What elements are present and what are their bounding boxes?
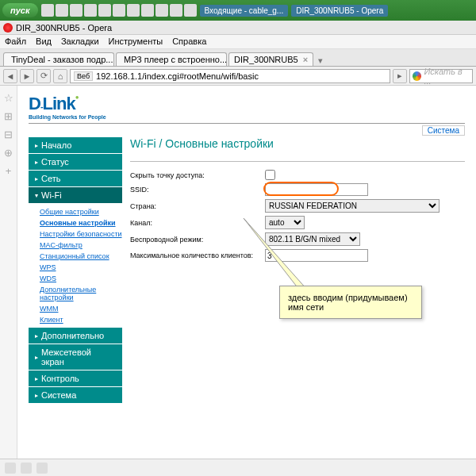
channel-select[interactable]: auto xyxy=(265,216,305,229)
subnav-security[interactable]: Настройки безопасности xyxy=(40,228,122,240)
country-select[interactable]: RUSSIAN FEDERATION xyxy=(265,199,440,213)
tab-label: DIR_300NRUB5 xyxy=(234,55,298,64)
taskbar-window-2[interactable]: DIR_300NRUB5 - Opera xyxy=(291,5,388,17)
menu-bookmarks[interactable]: Закладки xyxy=(61,36,99,47)
menu-tools[interactable]: Инструменты xyxy=(109,36,163,47)
system-link[interactable]: Система xyxy=(422,125,465,136)
ql-icon[interactable] xyxy=(184,4,197,17)
mode-select[interactable]: 802.11 B/G/N mixed xyxy=(265,232,360,246)
browser-statusbar xyxy=(0,459,476,476)
go-button[interactable]: ▸ xyxy=(393,69,407,83)
arrow-icon: ▸ xyxy=(35,142,38,149)
arrow-icon: ▸ xyxy=(35,392,38,399)
arrow-icon: ▸ xyxy=(35,375,38,382)
menu-help[interactable]: Справка xyxy=(172,36,206,47)
top-divider: Система xyxy=(29,123,465,136)
page-content: D-Link● Building Networks for People Сис… xyxy=(17,86,476,459)
new-tab-icon[interactable]: ▾ xyxy=(315,56,326,66)
home-button[interactable]: ⌂ xyxy=(53,69,67,83)
sidebar-icon[interactable]: ⊟ xyxy=(4,129,13,140)
subnav-wds[interactable]: WDS xyxy=(40,273,122,284)
hide-ap-checkbox[interactable] xyxy=(265,170,275,180)
url-text: 192.168.1.1/index.cgi#rootMenu/wifi/basi… xyxy=(96,71,259,81)
quick-launch xyxy=(41,4,197,17)
nav-advanced[interactable]: ▸Дополнительно xyxy=(29,328,122,344)
nav-control[interactable]: ▸Контроль xyxy=(29,370,122,387)
tab-1[interactable]: TinyDeal - заказов подр...× xyxy=(3,52,114,66)
menu-bar: Файл Вид Закладки Инструменты Справка xyxy=(0,35,476,49)
back-button[interactable]: ◄ xyxy=(3,69,17,83)
arrow-icon: ▸ xyxy=(35,332,38,340)
label-channel: Канал: xyxy=(130,219,265,227)
status-icon[interactable] xyxy=(21,463,32,474)
callout-line1: здесь вводим (придумываем) xyxy=(288,293,413,302)
ql-icon[interactable] xyxy=(56,4,68,17)
status-icon[interactable] xyxy=(5,463,16,474)
sidebar-icon[interactable]: ⊕ xyxy=(4,147,13,159)
arrow-icon: ▸ xyxy=(35,354,38,361)
reload-button[interactable]: ⟳ xyxy=(36,69,51,83)
nav-net[interactable]: ▸Сеть xyxy=(29,171,122,187)
sidebar-icon[interactable]: + xyxy=(6,165,12,177)
subnav-station[interactable]: Станционный список xyxy=(40,251,122,262)
subnav-wps[interactable]: WPS xyxy=(40,262,122,273)
sidebar-icon[interactable]: ☆ xyxy=(4,92,13,104)
logo-tagline: Building Networks for People xyxy=(29,114,465,120)
arrow-icon: ▾ xyxy=(35,192,38,199)
search-placeholder: Искать в ... xyxy=(424,67,470,86)
label-country: Страна: xyxy=(130,202,265,210)
ql-icon[interactable] xyxy=(70,4,83,17)
ql-icon[interactable] xyxy=(127,4,140,17)
start-button[interactable]: пуск xyxy=(2,3,38,17)
nav-status[interactable]: ▸Статус xyxy=(29,154,122,171)
tab-close-icon[interactable]: × xyxy=(303,55,308,64)
window-titlebar: DIR_300NRUB5 - Opera xyxy=(0,21,476,35)
tab-label: MP3 плеер с встроенно... xyxy=(124,55,227,64)
subnav-general[interactable]: Общие настройки xyxy=(40,206,122,217)
subnav-wmm[interactable]: WMM xyxy=(40,303,122,314)
logo: D-Link● Building Networks for People xyxy=(29,94,465,120)
nav-start[interactable]: ▸Начало xyxy=(29,137,122,154)
ql-icon[interactable] xyxy=(155,4,168,17)
menu-view[interactable]: Вид xyxy=(36,36,52,47)
scheme-badge: Веб xyxy=(74,71,93,81)
ql-icon[interactable] xyxy=(84,4,97,17)
nav-firewall[interactable]: ▸Межсетевой экран xyxy=(29,344,122,370)
divider xyxy=(130,161,465,162)
ql-icon[interactable] xyxy=(170,4,182,17)
maxclients-input[interactable] xyxy=(265,249,368,262)
annotation-callout: здесь вводим (придумываем) имя сети xyxy=(279,286,422,319)
settings-panel: Wi-Fi / Основные настройки Скрыть точку … xyxy=(130,137,465,404)
arrow-icon: ▸ xyxy=(35,159,38,166)
taskbar-window-1[interactable]: Входящие - cable_g... xyxy=(200,5,289,17)
subnav-basic[interactable]: Основные настройки xyxy=(40,217,122,228)
tab-bar: TinyDeal - заказов подр...× MP3 плеер с … xyxy=(0,49,476,67)
forward-button[interactable]: ► xyxy=(20,69,34,83)
address-bar: ◄ ► ⟳ ⌂ Веб 192.168.1.1/index.cgi#rootMe… xyxy=(0,67,476,86)
menu-file[interactable]: Файл xyxy=(5,36,26,47)
side-nav: ▸Начало ▸Статус ▸Сеть ▾Wi-Fi Общие настр… xyxy=(29,137,122,404)
ql-icon[interactable] xyxy=(41,4,54,17)
sidebar-icon[interactable]: ⊞ xyxy=(4,110,13,122)
ql-icon[interactable] xyxy=(141,4,154,17)
nav-system[interactable]: ▸Система xyxy=(29,387,122,404)
subnav-extra[interactable]: Дополнительные настройки xyxy=(40,284,122,303)
ql-icon[interactable] xyxy=(113,4,125,17)
ql-icon[interactable] xyxy=(98,4,111,17)
status-icon[interactable] xyxy=(36,463,48,474)
ssid-input[interactable] xyxy=(265,183,368,196)
page-title: Wi-Fi / Основные настройки xyxy=(130,137,465,150)
os-taskbar: пуск Входящие - cable_g... DIR_300NRUB5 … xyxy=(0,0,476,21)
tab-label: TinyDeal - заказов подр... xyxy=(11,55,113,64)
tab-2[interactable]: MP3 плеер с встроенно...× xyxy=(116,52,227,66)
url-input[interactable]: Веб 192.168.1.1/index.cgi#rootMenu/wifi/… xyxy=(70,69,390,83)
search-input[interactable]: Искать в ... xyxy=(409,69,473,83)
subnav-client[interactable]: Клиент xyxy=(40,314,122,325)
wifi-subnav: Общие настройки Основные настройки Настр… xyxy=(29,204,122,328)
label-mode: Беспроводной режим: xyxy=(130,236,265,244)
tab-3[interactable]: DIR_300NRUB5× xyxy=(228,52,313,66)
nav-wifi[interactable]: ▾Wi-Fi xyxy=(29,187,122,204)
subnav-mac[interactable]: MAC-фильтр xyxy=(40,240,122,251)
google-icon xyxy=(413,71,421,81)
label-hide: Скрыть точку доступа: xyxy=(130,171,265,179)
